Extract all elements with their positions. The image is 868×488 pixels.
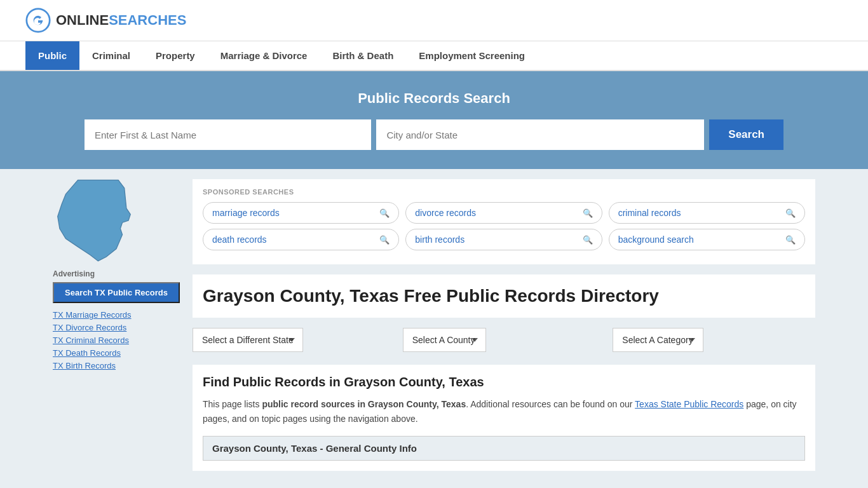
- state-dropdown-wrap: Select a Different State: [193, 328, 395, 352]
- logo[interactable]: ONLINESEARCHES: [25, 8, 186, 33]
- sidebar-link-divorce[interactable]: TX Divorce Records: [53, 323, 126, 332]
- search-icon: 🔍: [583, 208, 593, 218]
- nav-marriage-divorce[interactable]: Marriage & Divorce: [208, 41, 320, 70]
- search-icon: 🔍: [583, 235, 593, 245]
- sidebar-link-death[interactable]: TX Death Records: [53, 348, 121, 358]
- search-button[interactable]: Search: [709, 119, 783, 150]
- search-section-title: Public Records Search: [25, 90, 843, 107]
- tag-divorce[interactable]: divorce records 🔍: [405, 202, 602, 224]
- sidebar-link-criminal[interactable]: TX Criminal Records: [53, 336, 129, 345]
- sidebar: Advertising Search TX Public Records TX …: [53, 179, 180, 471]
- list-item: TX Criminal Records: [53, 335, 180, 345]
- search-icon: 🔍: [785, 235, 796, 245]
- name-input[interactable]: [85, 119, 371, 150]
- tag-background[interactable]: background search 🔍: [609, 229, 805, 250]
- list-item: TX Birth Records: [53, 360, 180, 370]
- sidebar-ad-button[interactable]: Search TX Public Records: [53, 282, 180, 303]
- county-info-heading: Grayson County, Texas - General County I…: [203, 436, 805, 461]
- search-tags-row-2: death records 🔍 birth records 🔍 backgrou…: [203, 229, 805, 250]
- state-dropdown[interactable]: Select a Different State: [193, 328, 303, 352]
- nav-employment[interactable]: Employment Screening: [406, 41, 538, 70]
- category-dropdown-wrap: Select A Category: [613, 328, 815, 352]
- tag-birth[interactable]: birth records 🔍: [405, 229, 602, 250]
- search-icon: 🔍: [379, 208, 390, 218]
- search-icon: 🔍: [379, 235, 390, 245]
- tag-marriage[interactable]: marriage records 🔍: [203, 202, 399, 224]
- find-description: This page lists public record sources in…: [203, 397, 805, 426]
- list-item: TX Marriage Records: [53, 309, 180, 320]
- find-bold: public record sources in Grayson County,…: [262, 399, 466, 409]
- sidebar-advertising: Advertising Search TX Public Records TX …: [53, 269, 180, 370]
- texas-map: [53, 179, 135, 262]
- search-section: Public Records Search Search: [0, 71, 868, 169]
- list-item: TX Death Records: [53, 348, 180, 358]
- tag-criminal[interactable]: criminal records 🔍: [609, 202, 805, 224]
- page-title-section: Grayson County, Texas Free Public Record…: [193, 274, 815, 318]
- sidebar-link-birth[interactable]: TX Birth Records: [53, 361, 116, 370]
- sidebar-link-marriage[interactable]: TX Marriage Records: [53, 310, 132, 320]
- nav-criminal[interactable]: Criminal: [79, 41, 143, 70]
- nav-public[interactable]: Public: [25, 41, 79, 70]
- main-content: SPONSORED SEARCHES marriage records 🔍 di…: [193, 179, 815, 471]
- search-icon: 🔍: [785, 208, 796, 218]
- sponsored-section: SPONSORED SEARCHES marriage records 🔍 di…: [193, 179, 815, 264]
- find-title: Find Public Records in Grayson County, T…: [203, 375, 805, 390]
- dropdowns-row: Select a Different State Select A County…: [193, 328, 815, 352]
- county-dropdown-wrap: Select A County: [403, 328, 606, 352]
- county-dropdown[interactable]: Select A County: [403, 328, 486, 352]
- texas-records-link[interactable]: Texas State Public Records: [635, 399, 743, 409]
- location-input[interactable]: [376, 119, 704, 150]
- sidebar-links: TX Marriage Records TX Divorce Records T…: [53, 309, 180, 370]
- sponsored-label: SPONSORED SEARCHES: [203, 188, 805, 196]
- nav-birth-death[interactable]: Birth & Death: [320, 41, 406, 70]
- search-tags-row-1: marriage records 🔍 divorce records 🔍 cri…: [203, 202, 805, 224]
- tag-death[interactable]: death records 🔍: [203, 229, 399, 250]
- main-nav: Public Criminal Property Marriage & Divo…: [0, 41, 868, 71]
- logo-icon: [25, 8, 51, 33]
- nav-property[interactable]: Property: [143, 41, 208, 70]
- sidebar-ad-label: Advertising: [53, 269, 180, 278]
- logo-text: ONLINESEARCHES: [56, 12, 186, 29]
- category-dropdown[interactable]: Select A Category: [613, 328, 703, 352]
- find-records-section: Find Public Records in Grayson County, T…: [193, 365, 815, 471]
- list-item: TX Divorce Records: [53, 322, 180, 332]
- page-title: Grayson County, Texas Free Public Record…: [203, 285, 805, 308]
